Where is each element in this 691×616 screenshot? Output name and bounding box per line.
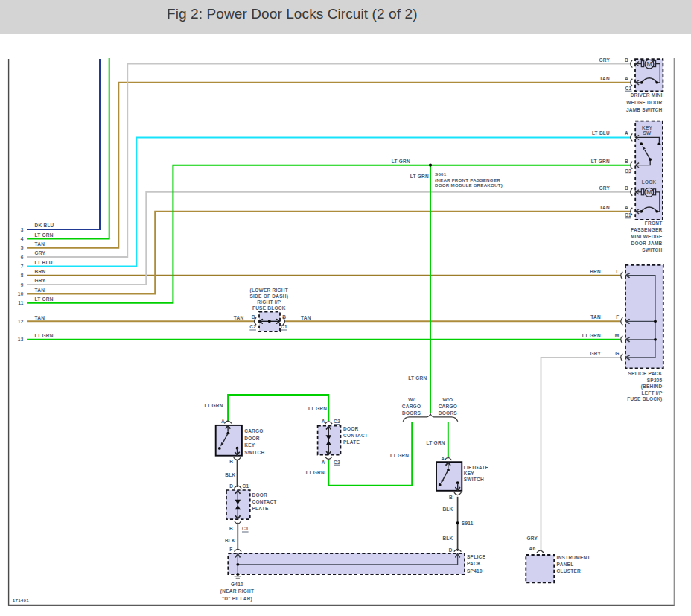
svg-text:DOOR: DOOR	[244, 436, 260, 441]
svg-text:W/: W/	[408, 397, 414, 402]
svg-text:BLK: BLK	[225, 472, 235, 477]
svg-text:LT GRN: LT GRN	[392, 159, 410, 164]
svg-text:A: A	[322, 419, 325, 424]
svg-text:TAN: TAN	[599, 76, 610, 81]
svg-text:C1: C1	[625, 212, 631, 217]
svg-text:D: D	[449, 547, 453, 553]
svg-text:(NEAR FRONT PASSENGER: (NEAR FRONT PASSENGER	[435, 177, 500, 182]
svg-text:S601: S601	[435, 171, 447, 177]
svg-text:KEY: KEY	[244, 442, 255, 448]
svg-text:FUSE BLOCK): FUSE BLOCK)	[627, 396, 662, 402]
svg-text:SW: SW	[643, 130, 652, 136]
svg-text:L: L	[616, 269, 619, 274]
svg-text:SWITCH: SWITCH	[244, 450, 264, 455]
svg-text:SP410: SP410	[467, 568, 483, 574]
svg-text:SWITCH: SWITCH	[464, 477, 484, 482]
svg-text:13: 13	[18, 337, 24, 342]
svg-text:LT GRN: LT GRN	[410, 174, 429, 179]
svg-text:KEY: KEY	[464, 471, 475, 476]
svg-text:BLK: BLK	[442, 507, 453, 512]
svg-text:CONTACT: CONTACT	[252, 499, 277, 504]
svg-text:C2: C2	[334, 460, 340, 465]
svg-text:B: B	[625, 57, 628, 63]
svg-text:LT GRN: LT GRN	[35, 232, 54, 238]
svg-text:B: B	[625, 159, 628, 164]
svg-text:JAMB SWITCH: JAMB SWITCH	[626, 107, 663, 112]
svg-text:4: 4	[21, 236, 24, 241]
svg-text:LT GRN: LT GRN	[591, 159, 610, 164]
svg-text:C1: C1	[281, 324, 287, 329]
svg-text:SPLICE PACK: SPLICE PACK	[628, 371, 663, 376]
svg-text:BRN: BRN	[35, 269, 46, 274]
svg-text:B: B	[282, 314, 286, 320]
svg-text:(NEAR RIGHT: (NEAR RIGHT	[220, 588, 254, 594]
svg-text:TAN: TAN	[234, 315, 244, 320]
svg-text:TAN: TAN	[35, 241, 45, 247]
svg-text:LT GRN: LT GRN	[390, 453, 409, 458]
svg-text:LT GRN: LT GRN	[204, 403, 223, 408]
svg-text:8: 8	[21, 273, 24, 278]
svg-text:F: F	[616, 314, 619, 320]
svg-text:3: 3	[21, 227, 24, 232]
svg-text:6: 6	[21, 255, 24, 260]
svg-text:DOOR: DOOR	[252, 492, 268, 498]
svg-text:TAN: TAN	[599, 205, 610, 210]
svg-text:C2: C2	[334, 419, 340, 424]
svg-text:DOORS: DOORS	[402, 410, 421, 416]
svg-text:"D" PILLAR): "D" PILLAR)	[222, 596, 252, 602]
svg-text:LT GRN: LT GRN	[308, 406, 327, 411]
svg-text:B: B	[229, 459, 233, 464]
svg-text:SIDE OF DASH): SIDE OF DASH)	[249, 293, 288, 299]
svg-text:TAN: TAN	[35, 315, 45, 320]
svg-text:CARGO: CARGO	[244, 428, 263, 434]
svg-text:A: A	[441, 456, 445, 461]
svg-text:(BEHIND: (BEHIND	[641, 384, 663, 390]
svg-text:KEY: KEY	[642, 125, 653, 130]
svg-text:DOOR MODULE BREAKOUT): DOOR MODULE BREAKOUT)	[435, 182, 503, 188]
svg-text:LIFTGATE: LIFTGATE	[464, 465, 489, 470]
svg-text:5: 5	[21, 245, 24, 250]
svg-text:A: A	[625, 205, 628, 210]
svg-text:D: D	[229, 483, 233, 489]
svg-text:LT GRN: LT GRN	[427, 440, 445, 445]
svg-text:12: 12	[18, 319, 24, 324]
svg-text:C1: C1	[243, 483, 249, 489]
svg-text:A: A	[625, 76, 628, 81]
svg-text:C1: C1	[242, 526, 249, 531]
svg-text:PACK: PACK	[467, 561, 481, 566]
svg-text:C2: C2	[249, 324, 256, 329]
svg-text:DOORS: DOORS	[439, 410, 458, 416]
svg-text:A: A	[221, 419, 225, 424]
svg-text:FRONT: FRONT	[645, 220, 663, 226]
svg-text:B: B	[252, 314, 255, 320]
svg-text:PLATE: PLATE	[343, 439, 360, 445]
svg-text:DOOR: DOOR	[343, 426, 359, 431]
svg-text:TAN: TAN	[590, 314, 601, 320]
svg-text:SP205: SP205	[647, 378, 663, 383]
svg-text:B: B	[625, 185, 628, 191]
svg-text:LEFT I/P: LEFT I/P	[642, 390, 663, 396]
svg-text:Fig 2: Power Door Locks Circui: Fig 2: Power Door Locks Circuit (2 of 2)	[167, 6, 418, 22]
svg-text:CARGO: CARGO	[439, 404, 457, 409]
svg-text:LT GRN: LT GRN	[306, 470, 325, 475]
svg-text:M: M	[615, 333, 620, 338]
svg-text:B: B	[449, 495, 453, 500]
svg-text:W/O: W/O	[443, 397, 453, 402]
svg-text:M: M	[646, 188, 652, 196]
svg-text:DRIVER MINI: DRIVER MINI	[631, 92, 663, 98]
svg-text:BLK: BLK	[442, 536, 453, 541]
svg-text:GRY: GRY	[599, 185, 610, 191]
svg-text:PLATE: PLATE	[252, 506, 269, 511]
svg-text:DOOR JAMB: DOOR JAMB	[631, 241, 663, 246]
svg-text:SPLICE: SPLICE	[467, 554, 485, 559]
svg-text:CONTACT: CONTACT	[343, 433, 368, 438]
svg-text:LT BLU: LT BLU	[35, 260, 53, 265]
svg-text:GRY: GRY	[590, 351, 601, 356]
svg-text:RIGHT I/P: RIGHT I/P	[257, 299, 281, 305]
svg-text:B: B	[229, 526, 233, 531]
svg-text:(LOWER RIGHT: (LOWER RIGHT	[250, 288, 288, 293]
svg-text:CARGO: CARGO	[402, 404, 421, 409]
svg-text:A6: A6	[529, 546, 535, 551]
svg-text:G: G	[615, 351, 619, 356]
svg-text:GRY: GRY	[35, 250, 46, 255]
